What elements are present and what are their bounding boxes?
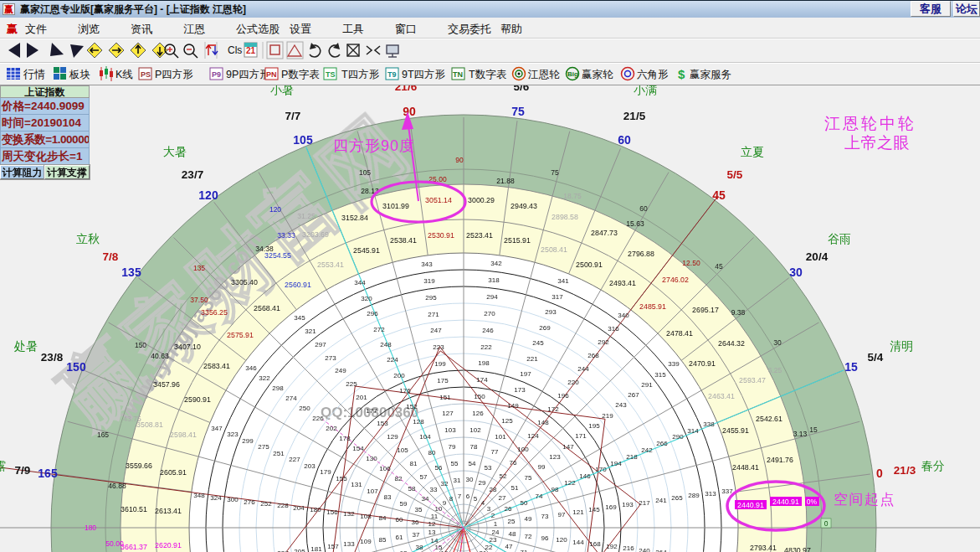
svg-text:144: 144 xyxy=(572,539,584,546)
svg-text:5/5: 5/5 xyxy=(727,168,743,181)
svg-text:195: 195 xyxy=(588,422,600,430)
svg-text:176: 176 xyxy=(399,387,411,395)
svg-text:80: 80 xyxy=(428,449,436,457)
svg-text:109: 109 xyxy=(360,538,372,545)
svg-text:2440.91: 2440.91 xyxy=(772,498,799,506)
svg-text:春分: 春分 xyxy=(921,459,945,472)
svg-text:21.88: 21.88 xyxy=(496,177,515,185)
svg-text:49: 49 xyxy=(525,515,532,523)
svg-text:198: 198 xyxy=(478,359,490,367)
svg-text:2598.41: 2598.41 xyxy=(170,431,197,439)
svg-text:290: 290 xyxy=(672,433,684,441)
svg-text:33: 33 xyxy=(430,486,438,493)
svg-text:空间起点: 空间起点 xyxy=(834,492,895,508)
svg-text:271: 271 xyxy=(428,311,439,318)
svg-text:82: 82 xyxy=(395,475,403,482)
svg-text:228: 228 xyxy=(277,502,289,509)
svg-text:2898.58: 2898.58 xyxy=(552,213,578,221)
svg-text:245: 245 xyxy=(532,339,544,347)
svg-text:340: 340 xyxy=(618,312,629,319)
svg-text:175: 175 xyxy=(437,377,449,384)
svg-text:23/8: 23/8 xyxy=(41,351,64,364)
svg-text:226: 226 xyxy=(312,415,324,422)
svg-text:72: 72 xyxy=(525,533,532,540)
svg-text:8: 8 xyxy=(449,495,454,503)
svg-text:318: 318 xyxy=(488,276,500,284)
svg-text:61: 61 xyxy=(396,534,403,541)
svg-text:24: 24 xyxy=(492,529,500,536)
svg-text:299: 299 xyxy=(242,437,254,445)
svg-text:2545.91: 2545.91 xyxy=(353,246,380,255)
svg-text:320: 320 xyxy=(361,295,372,302)
svg-text:21/5: 21/5 xyxy=(623,110,646,122)
svg-text:150: 150 xyxy=(135,341,146,349)
svg-text:6: 6 xyxy=(466,493,470,500)
svg-text:319: 319 xyxy=(423,277,435,285)
svg-text:344: 344 xyxy=(354,279,366,286)
svg-text:251: 251 xyxy=(273,450,285,457)
svg-text:101: 101 xyxy=(495,433,506,441)
svg-text:12.50: 12.50 xyxy=(682,259,700,267)
svg-text:2796.88: 2796.88 xyxy=(628,250,654,258)
svg-text:74: 74 xyxy=(536,493,543,500)
svg-text:84: 84 xyxy=(379,514,387,522)
svg-text:2590.91: 2590.91 xyxy=(184,395,211,404)
svg-text:196: 196 xyxy=(557,392,569,400)
svg-text:2448.41: 2448.41 xyxy=(732,463,759,472)
svg-text:125: 125 xyxy=(501,417,513,425)
svg-text:2500.91: 2500.91 xyxy=(576,261,603,269)
svg-text:265: 265 xyxy=(671,494,683,502)
svg-text:3051.14: 3051.14 xyxy=(425,196,452,204)
svg-text:23: 23 xyxy=(490,536,497,544)
svg-text:169: 169 xyxy=(605,503,617,511)
svg-text:120: 120 xyxy=(269,205,281,214)
svg-text:322: 322 xyxy=(259,374,270,382)
svg-text:103: 103 xyxy=(444,426,456,434)
svg-text:222: 222 xyxy=(480,343,492,351)
svg-text:348: 348 xyxy=(193,492,205,499)
svg-text:247: 247 xyxy=(430,327,442,334)
svg-text:57: 57 xyxy=(420,473,428,481)
svg-text:上帝之眼: 上帝之眼 xyxy=(844,134,910,152)
svg-text:223: 223 xyxy=(433,343,444,351)
svg-text:132: 132 xyxy=(343,510,355,518)
svg-text:9: 9 xyxy=(443,499,447,507)
svg-text:30: 30 xyxy=(466,476,474,483)
svg-text:2553.41: 2553.41 xyxy=(317,261,344,269)
svg-text:2583.41: 2583.41 xyxy=(203,362,230,370)
svg-text:25: 25 xyxy=(508,518,516,525)
svg-text:2538.41: 2538.41 xyxy=(390,236,417,245)
svg-text:立秋: 立秋 xyxy=(76,232,100,245)
svg-text:150: 150 xyxy=(474,393,485,400)
svg-text:大暑: 大暑 xyxy=(163,145,187,158)
svg-text:77: 77 xyxy=(491,448,499,456)
svg-text:2470.91: 2470.91 xyxy=(689,359,716,368)
svg-text:174: 174 xyxy=(476,376,488,384)
svg-text:3.13: 3.13 xyxy=(793,430,808,438)
svg-text:147: 147 xyxy=(562,443,574,451)
svg-text:9P四方形: 9P四方形 xyxy=(226,69,270,80)
svg-text:204: 204 xyxy=(293,504,305,512)
svg-text:179: 179 xyxy=(320,468,331,476)
svg-text:224: 224 xyxy=(387,356,398,364)
svg-text:53: 53 xyxy=(485,464,492,472)
svg-text:2605.91: 2605.91 xyxy=(160,468,187,477)
svg-text:28: 28 xyxy=(490,486,497,493)
svg-text:2613.41: 2613.41 xyxy=(155,507,182,515)
svg-text:192: 192 xyxy=(606,543,618,550)
svg-text:105: 105 xyxy=(359,168,371,177)
svg-text:75: 75 xyxy=(511,105,525,118)
svg-text:PS: PS xyxy=(141,70,151,79)
svg-text:241: 241 xyxy=(655,497,667,504)
svg-text:PN: PN xyxy=(266,70,277,79)
svg-text:71: 71 xyxy=(521,549,528,552)
svg-text:171: 171 xyxy=(575,432,587,440)
svg-text:220: 220 xyxy=(567,379,579,386)
svg-text:100: 100 xyxy=(517,446,529,453)
svg-text:339: 339 xyxy=(668,360,680,368)
svg-text:273: 273 xyxy=(325,354,336,362)
svg-text:131: 131 xyxy=(351,481,362,488)
svg-text:2593.47: 2593.47 xyxy=(739,376,766,384)
svg-text:267: 267 xyxy=(628,391,639,399)
svg-text:252: 252 xyxy=(260,500,272,508)
